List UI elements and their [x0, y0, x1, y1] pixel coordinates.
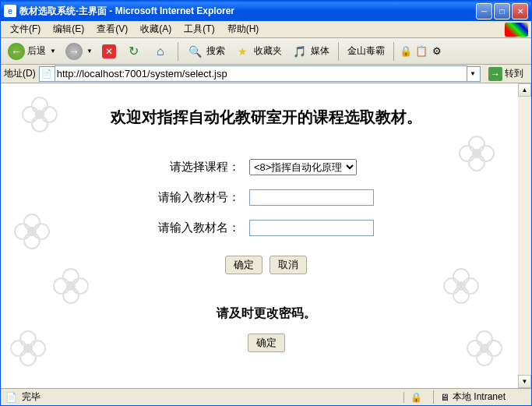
media-button[interactable]: 🎵 媒体: [287, 41, 333, 62]
star-icon: ★: [234, 43, 252, 60]
menu-view[interactable]: 查看(V): [90, 21, 134, 37]
forward-button[interactable]: → ▼: [62, 41, 97, 62]
svg-point-4: [36, 111, 44, 118]
separator: [393, 42, 394, 61]
search-button[interactable]: 🔍 搜索: [183, 41, 229, 62]
password-notice: 请及时更改密码。: [32, 305, 500, 322]
material-name-label: 请输入教材名：: [154, 214, 244, 242]
flower-decoration-icon: [48, 263, 94, 309]
flower-decoration-icon: [9, 208, 55, 255]
back-button[interactable]: ← 后退 ▼: [4, 41, 60, 62]
home-icon: ⌂: [152, 43, 169, 60]
svg-point-19: [67, 282, 75, 290]
page-icon: 📄: [41, 69, 52, 79]
toolbar-extra-2[interactable]: 📋: [414, 44, 428, 58]
done-icon: 📄: [5, 392, 17, 403]
material-id-label: 请输入教材号：: [154, 183, 244, 212]
address-input-wrap[interactable]: 📄 ▼: [39, 66, 481, 82]
page-body: 欢迎对指挥自动化教研室开的课程选取教材。 请选择课程： <8>指挥自动化原理 请…: [1, 83, 531, 388]
svg-point-29: [24, 344, 32, 352]
stop-icon: ✕: [102, 44, 116, 58]
close-button[interactable]: ✕: [512, 3, 528, 19]
statusbar: 📄 完毕 🔒 🖥 本地 Intranet: [1, 388, 531, 405]
intranet-icon: 🖥: [440, 392, 449, 403]
media-icon: 🎵: [291, 43, 308, 60]
material-name-input[interactable]: [249, 220, 374, 236]
search-icon: 🔍: [187, 43, 204, 60]
kingsoft-label: 金山毒霸: [347, 44, 385, 58]
zone-label: 本地 Intranet: [453, 390, 506, 404]
stop-button[interactable]: ✕: [98, 42, 120, 61]
zone-panel: 🖥 本地 Intranet: [433, 390, 527, 404]
cancel-button[interactable]: 取消: [270, 256, 307, 274]
favorites-label: 收藏夹: [254, 44, 282, 58]
refresh-button[interactable]: ↻: [122, 41, 146, 62]
go-arrow-icon: →: [488, 67, 502, 81]
media-label: 媒体: [311, 44, 329, 58]
flower-decoration-icon: [5, 325, 51, 372]
button-row: 确定 取消: [32, 256, 500, 274]
maximize-button[interactable]: □: [494, 3, 510, 19]
separator: [338, 42, 339, 61]
flower-decoration-icon: [16, 91, 63, 138]
menu-file[interactable]: 文件(F): [4, 21, 47, 37]
status-panel-lock: 🔒: [403, 392, 428, 403]
material-id-input[interactable]: [249, 189, 374, 206]
address-dropdown[interactable]: ▼: [467, 70, 478, 77]
toolbar: ← 后退 ▼ → ▼ ✕ ↻ ⌂ 🔍 搜索 ★ 收藏夹 🎵 媒体 金山毒霸 🔒 …: [1, 38, 531, 65]
home-button[interactable]: ⌂: [148, 41, 173, 62]
content-area: ▲ ▼ 欢迎对指挥自动化教研室开的课程选取教材。 请选择课程： <8>指挥自动化…: [1, 83, 531, 388]
form-table: 请选择课程： <8>指挥自动化原理 请输入教材号： 请输入教材名：: [153, 151, 379, 244]
flower-decoration-icon: [461, 325, 508, 372]
course-label: 请选择课程：: [154, 153, 244, 182]
search-label: 搜索: [206, 44, 225, 58]
status-text: 完毕: [22, 390, 381, 404]
ie-icon: e: [4, 5, 16, 17]
go-button[interactable]: → 转到: [484, 65, 528, 83]
course-select[interactable]: <8>指挥自动化原理: [249, 159, 357, 175]
menu-help[interactable]: 帮助(H): [221, 21, 266, 37]
chevron-down-icon: ▼: [86, 48, 93, 55]
submit-button[interactable]: 确定: [225, 256, 262, 274]
menu-tools[interactable]: 工具(T): [178, 21, 220, 37]
separator: [178, 42, 178, 61]
svg-point-34: [481, 344, 488, 352]
toolbar-extra-3[interactable]: ⚙: [430, 44, 444, 58]
address-label: 地址(D): [4, 67, 36, 80]
go-label: 转到: [505, 67, 523, 80]
flower-decoration-icon: [438, 263, 484, 309]
page-heading: 欢迎对指挥自动化教研室开的课程选取教材。: [32, 107, 500, 128]
addressbar: 地址(D) 📄 ▼ → 转到: [1, 65, 531, 83]
svg-point-9: [473, 150, 481, 157]
minimize-button[interactable]: ─: [476, 3, 492, 19]
favorites-button[interactable]: ★ 收藏夹: [231, 41, 286, 62]
flower-decoration-icon: [453, 130, 500, 177]
titlebar[interactable]: e 教材选取系统-主界面 - Microsoft Internet Explor…: [1, 1, 531, 21]
svg-point-14: [28, 228, 36, 235]
window-title: 教材选取系统-主界面 - Microsoft Internet Explorer: [19, 5, 476, 18]
back-label: 后退: [27, 44, 46, 58]
toolbar-extra-1[interactable]: 🔒: [399, 44, 413, 58]
menu-edit[interactable]: 编辑(E): [47, 21, 90, 37]
refresh-icon: ↻: [125, 43, 143, 60]
password-confirm-button[interactable]: 确定: [248, 334, 285, 352]
svg-point-24: [457, 282, 465, 290]
url-input[interactable]: [55, 65, 467, 82]
kingsoft-button[interactable]: 金山毒霸: [344, 42, 389, 60]
forward-arrow-icon: →: [65, 43, 83, 60]
chevron-down-icon: ▼: [50, 48, 56, 55]
menubar: 文件(F) 编辑(E) 查看(V) 收藏(A) 工具(T) 帮助(H): [1, 21, 531, 38]
windows-logo-icon: [505, 23, 528, 37]
password-button-row: 确定: [32, 334, 500, 352]
menu-favorites[interactable]: 收藏(A): [134, 21, 178, 37]
back-arrow-icon: ←: [8, 43, 25, 60]
